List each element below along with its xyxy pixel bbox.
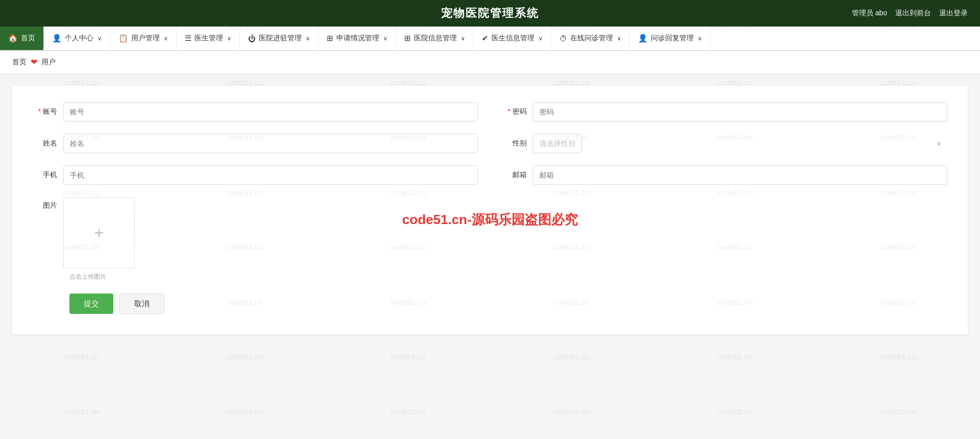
chevron-down-icon3: ∨ [227, 35, 231, 42]
main-nav: 🏠 首页 👤 个人中心 ∨ 📋 用户管理 ∨ ☰ 医生管理 ∨ ⏻ 医院进驻管理… [0, 27, 980, 51]
chevron-down-icon6: ∨ [461, 35, 465, 42]
gender-select-wrapper: 请选择性别 男 女 [533, 134, 947, 153]
phone-input[interactable] [63, 165, 478, 185]
image-upload-box[interactable]: + [63, 197, 135, 269]
account-label: 账号 [33, 107, 63, 116]
chevron-down-icon9: ∨ [698, 35, 702, 42]
grid-icon2: ⊞ [404, 34, 411, 43]
cancel-button[interactable]: 取消 [119, 294, 164, 314]
menu-icon: ☰ [185, 34, 191, 43]
form-group-email: 邮箱 [502, 165, 947, 185]
breadcrumb-separator: ❤ [31, 57, 37, 67]
gender-label: 性别 [502, 139, 533, 148]
form-card: 账号 密码 姓名 性别 请选择性别 男 女 [12, 86, 968, 334]
nav-item-apply-mgmt[interactable]: ⊞ 申请情况管理 ∨ [318, 27, 396, 50]
nav-online-consult-label: 在线问诊管理 [570, 34, 613, 43]
nav-user-mgmt-label: 用户管理 [131, 34, 160, 43]
nav-item-hospital-info[interactable]: ⊞ 医院信息管理 ∨ [396, 27, 474, 50]
chevron-down-icon5: ∨ [383, 35, 387, 42]
nav-item-doctor-info[interactable]: ✔ 医生信息管理 ∨ [474, 27, 551, 50]
nav-doctor-info-label: 医生信息管理 [492, 34, 534, 43]
phone-label: 手机 [33, 170, 63, 180]
password-label: 密码 [502, 107, 533, 116]
form-group-name: 姓名 [33, 134, 478, 153]
home-icon: 🏠 [8, 34, 18, 43]
clock-icon: ⏱ [559, 34, 567, 43]
nav-item-personal[interactable]: 👤 个人中心 ∨ [44, 27, 110, 50]
breadcrumb-current: 用户 [41, 58, 56, 67]
gender-select[interactable]: 请选择性别 男 女 [533, 134, 582, 153]
nav-consult-reply-label: 问诊回复管理 [651, 34, 694, 43]
chevron-down-icon: ∨ [97, 35, 102, 42]
list-icon: 📋 [118, 34, 128, 43]
password-input[interactable] [533, 102, 947, 121]
form-row-name-gender: 姓名 性别 请选择性别 男 女 [33, 134, 947, 153]
power-icon: ⏻ [248, 34, 256, 43]
nav-item-doctor-mgmt[interactable]: ☰ 医生管理 ∨ [177, 27, 240, 50]
nav-item-user-mgmt[interactable]: 📋 用户管理 ∨ [110, 27, 177, 50]
chevron-down-icon7: ∨ [538, 35, 543, 42]
nav-personal-label: 个人中心 [65, 34, 93, 43]
nav-home-label: 首页 [21, 34, 35, 43]
chevron-down-icon8: ∨ [617, 35, 621, 42]
breadcrumb-home[interactable]: 首页 [12, 58, 27, 67]
submit-button[interactable]: 提交 [69, 294, 113, 314]
main-content: 账号 密码 姓名 性别 请选择性别 男 女 [0, 74, 980, 439]
name-label: 姓名 [33, 139, 63, 148]
form-group-gender: 性别 请选择性别 男 女 [502, 134, 947, 153]
person-icon2: 👤 [638, 34, 648, 43]
form-group-password: 密码 [502, 102, 947, 121]
nav-item-online-consult[interactable]: ⏱ 在线问诊管理 ∨ [551, 27, 630, 50]
form-group-phone: 手机 [33, 165, 478, 185]
account-input[interactable] [63, 102, 478, 121]
chevron-down-icon2: ∨ [164, 35, 168, 42]
nav-doctor-mgmt-label: 医生管理 [194, 34, 223, 43]
image-upload-group: 图片 + [33, 197, 947, 269]
nav-hospital-checkin-label: 医院进驻管理 [259, 34, 302, 43]
form-row-phone-email: 手机 邮箱 [33, 165, 947, 185]
nav-item-home[interactable]: 🏠 首页 [0, 27, 44, 50]
check-icon: ✔ [482, 34, 488, 43]
email-input[interactable] [533, 165, 947, 185]
chevron-down-icon4: ∨ [306, 35, 310, 42]
back-to-front-btn[interactable]: 退出到前台 [895, 9, 931, 18]
form-group-account: 账号 [33, 102, 478, 121]
form-actions: 提交 取消 [69, 294, 947, 314]
nav-item-hospital-checkin[interactable]: ⏻ 医院进驻管理 ∨ [240, 27, 318, 50]
header-right: 管理员 abo 退出到前台 退出登录 [852, 9, 968, 18]
upload-hint: 点击上传图片 [69, 273, 947, 281]
grid-icon: ⊞ [327, 34, 333, 43]
admin-label: 管理员 abo [852, 9, 887, 18]
app-title: 宠物医院管理系统 [441, 6, 539, 21]
email-label: 邮箱 [502, 170, 533, 180]
nav-apply-mgmt-label: 申请情况管理 [336, 34, 379, 43]
name-input[interactable] [63, 134, 478, 153]
form-row-account-password: 账号 密码 [33, 102, 947, 121]
nav-item-consult-reply[interactable]: 👤 问诊回复管理 ∨ [630, 27, 710, 50]
header: 宠物医院管理系统 管理员 abo 退出到前台 退出登录 [0, 0, 980, 27]
image-label: 图片 [33, 197, 63, 210]
upload-plus-icon: + [94, 224, 104, 242]
logout-btn[interactable]: 退出登录 [939, 9, 968, 18]
person-icon: 👤 [52, 34, 62, 43]
nav-hospital-info-label: 医院信息管理 [414, 34, 457, 43]
breadcrumb: 首页 ❤ 用户 [0, 51, 980, 74]
